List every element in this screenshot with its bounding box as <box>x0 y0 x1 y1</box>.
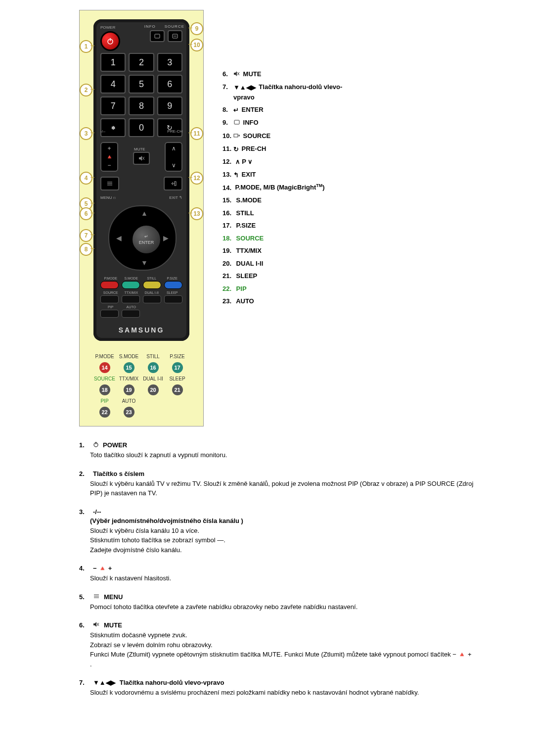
hex-auto[interactable] <box>122 310 140 318</box>
prech-icon: ↻ <box>233 145 239 153</box>
num-4[interactable]: 4 <box>100 75 126 94</box>
num-6[interactable]: 6 <box>157 75 182 94</box>
menu-text-label: MENU ⏍ <box>100 195 116 200</box>
num-1[interactable]: 1 <box>100 53 126 72</box>
num-5[interactable]: 5 <box>129 75 154 94</box>
menu-button[interactable] <box>100 177 119 190</box>
lower-label: STILL <box>141 354 165 359</box>
dpad-icon: ▼▲◀▶ <box>233 84 256 91</box>
callout-6: 6 <box>80 207 92 220</box>
callout-15: 15 <box>124 362 134 373</box>
power-button[interactable] <box>100 31 120 51</box>
callout-11: 11 <box>190 127 203 140</box>
channel-rocker[interactable]: ∧∨ <box>165 142 182 172</box>
hex-4[interactable] <box>164 295 182 303</box>
callout-16: 16 <box>148 362 159 373</box>
number-pad: 1 2 3 4 5 6 7 8 9 ✽ 0 ↻ <box>100 53 182 137</box>
side-legend: 6. MUTE7.▼▲◀▶ Tlačítka nahoru-dolů vlevo… <box>222 10 504 309</box>
desc-item: 3.-/--(Výběr jednomístného/dvojmístného … <box>79 508 475 555</box>
num-9[interactable]: 9 <box>157 96 182 115</box>
hex-2[interactable] <box>122 295 140 303</box>
source-button[interactable] <box>168 30 182 42</box>
brand-logo: SAMSUNG <box>93 326 189 334</box>
desc-item: 2.Tlačítko s číslemSlouží k výběru kanál… <box>79 470 475 498</box>
lower-label: TTX/MIX <box>117 376 141 381</box>
volume-rocker[interactable]: +🔺− <box>100 142 118 172</box>
desc-item: 4.− 🔺 +Slouží k nastavení hlasitosti. <box>79 565 475 583</box>
num-7[interactable]: 7 <box>100 96 126 115</box>
lower-label <box>165 398 189 404</box>
remote-diagram: POWER INFO SOURCE <box>79 10 204 426</box>
blue-button[interactable] <box>164 281 182 289</box>
menu-icon <box>106 181 114 187</box>
dash-button[interactable]: ✽ <box>100 118 126 137</box>
lower-label: PIP <box>92 398 117 404</box>
arrow-left-icon: ◀ <box>116 234 122 242</box>
vol-icon: − 🔺 + <box>93 565 112 572</box>
legend-item: 16. STILL <box>222 208 504 218</box>
info-button[interactable] <box>150 30 165 42</box>
dpad: ▲ ▼ ◀ ▶ ↵ ENTER <box>105 205 178 269</box>
red-button[interactable] <box>100 281 119 289</box>
lower-label: SLEEP <box>165 376 189 381</box>
callout-14: 14 <box>99 362 110 373</box>
callout-4: 4 <box>80 172 92 185</box>
enter-label: ENTER <box>139 240 154 245</box>
lower-label: AUTO <box>117 398 141 404</box>
svg-rect-2 <box>155 34 160 38</box>
green-button[interactable] <box>122 281 140 289</box>
mute-icon <box>93 621 100 627</box>
ttxmix-label: TTX/MIX <box>121 291 142 294</box>
hex-3[interactable] <box>143 295 161 303</box>
source2-label: SOURCE <box>100 291 121 294</box>
dual-label: DUAL I-II <box>141 291 162 294</box>
lower-label <box>141 398 165 404</box>
callout-8: 8 <box>80 243 92 256</box>
desc-item: 1.POWERToto tlačítko slouží k zapnutí a … <box>79 441 475 460</box>
info-icon <box>233 119 240 125</box>
yellow-button[interactable] <box>143 281 161 289</box>
callout-13: 13 <box>190 207 203 220</box>
callout-3: 3 <box>80 127 92 140</box>
exit-button[interactable] <box>164 177 182 190</box>
psize-label: P.SIZE <box>162 277 183 280</box>
dpad-ring[interactable]: ▲ ▼ ◀ ▶ ↵ ENTER <box>108 205 177 271</box>
legend-item: 21. SLEEP <box>222 271 504 281</box>
callout-17: 17 <box>172 362 183 373</box>
legend-item: 6. MUTE <box>222 69 504 79</box>
legend-item: 14. P.MODE, M/B (MagicBrightTM) <box>222 183 504 192</box>
power-icon <box>106 37 114 45</box>
num-8[interactable]: 8 <box>129 96 154 115</box>
legend-item: 19. TTX/MIX <box>222 246 504 256</box>
lower-label: DUAL I-II <box>141 376 165 381</box>
svg-rect-10 <box>175 182 176 186</box>
num-0[interactable]: 0 <box>129 118 154 137</box>
exit-icon <box>170 181 177 187</box>
num-3[interactable]: 3 <box>157 53 182 72</box>
hex-pip[interactable] <box>100 310 119 318</box>
dash-label: -/-- <box>100 129 105 134</box>
arrow-up-icon: ▲ <box>141 209 148 217</box>
enter-icon: ↵ <box>144 234 148 239</box>
auto-label: AUTO <box>121 305 142 309</box>
mute-button[interactable] <box>133 152 150 165</box>
exit-icon: ↰ <box>233 171 239 179</box>
color-buttons: P.MODE S.MODE STILL P.SIZE SOURC <box>100 277 182 318</box>
svg-rect-14 <box>234 134 238 137</box>
power-icon <box>93 441 99 447</box>
svg-rect-13 <box>234 120 239 124</box>
enter-button[interactable]: ↵ ENTER <box>131 224 162 255</box>
callout-2: 2 <box>80 84 92 96</box>
desc-item: 7.▼▲◀▶Tlačítka nahoru-dolů vlevo-vpravoS… <box>79 679 475 698</box>
callout-9: 9 <box>190 22 203 35</box>
legend-item: 20. DUAL I-II <box>222 259 504 269</box>
callout-22: 22 <box>99 407 110 418</box>
callout-7: 7 <box>80 229 92 242</box>
pmode-label: P.MODE <box>100 277 121 280</box>
sleep-label: SLEEP <box>162 291 183 294</box>
source-label: SOURCE <box>165 24 184 29</box>
arrow-right-icon: ▶ <box>163 234 169 242</box>
num-2[interactable]: 2 <box>129 53 154 72</box>
hex-1[interactable] <box>100 295 119 303</box>
prech-button[interactable]: ↻ <box>157 118 182 137</box>
